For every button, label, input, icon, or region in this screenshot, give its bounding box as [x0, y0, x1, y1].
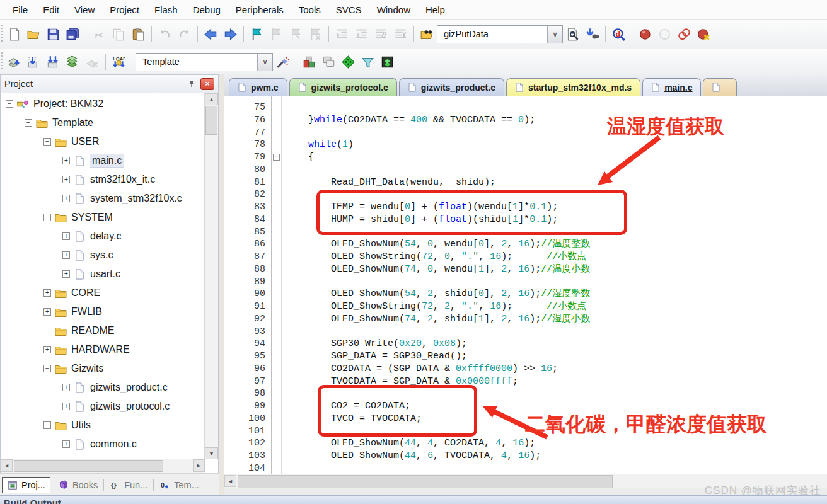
tree-item-gizwits-protocol-c[interactable]: +gizwits_protocol.c	[62, 397, 170, 416]
tree-item-label[interactable]: delay.c	[90, 231, 122, 242]
scrollbar-thumb[interactable]	[14, 460, 163, 472]
panel-tab-books[interactable]: Books	[54, 478, 102, 493]
menu-project[interactable]: Project	[102, 4, 147, 15]
expand-icon[interactable]: +	[62, 270, 70, 278]
new-file-icon[interactable]	[4, 25, 24, 43]
collapse-icon[interactable]: −	[43, 421, 51, 429]
tree-item-system-stm32f10x-c[interactable]: +system_stm32f10x.c	[62, 189, 182, 208]
tree-item-label[interactable]: gizwits_protocol.c	[90, 401, 170, 412]
collapse-icon[interactable]: −	[6, 100, 13, 108]
scroll-up-icon[interactable]: ▲	[205, 93, 218, 105]
breakpoint-kill-all-icon[interactable]	[694, 25, 714, 43]
fold-margin[interactable]: −	[272, 96, 282, 474]
tree-item-label[interactable]: SYSTEM	[71, 212, 113, 223]
panel-splitter[interactable]	[219, 74, 224, 496]
pack-installer-icon[interactable]	[358, 52, 378, 71]
menu-svcs[interactable]: SVCS	[328, 4, 369, 15]
menu-file[interactable]: File	[5, 4, 35, 15]
incremental-find-icon[interactable]	[582, 25, 602, 43]
tree-item-delay-c[interactable]: +delay.c	[62, 227, 122, 246]
tree-item-usart-c[interactable]: +usart.c	[62, 265, 120, 284]
expand-icon[interactable]: +	[62, 384, 70, 391]
target-select[interactable]: Template∨	[136, 53, 273, 71]
editor-tab-main-c[interactable]: main.c	[642, 78, 701, 96]
tree-item-project-bkm32[interactable]: −Project: BKM32	[6, 94, 103, 113]
scroll-down-icon[interactable]: ▼	[205, 447, 218, 459]
menu-view[interactable]: View	[67, 4, 102, 15]
editor-tab-partial[interactable]	[703, 78, 737, 96]
tree-item-label[interactable]: FWLIB	[71, 306, 102, 318]
tree-item-label[interactable]: Gizwits	[71, 363, 104, 374]
find-in-files-icon[interactable]	[417, 25, 437, 43]
file-extensions-icon[interactable]	[319, 52, 338, 71]
pin-icon[interactable]	[185, 78, 198, 89]
tree-item-system[interactable]: −SYSTEM	[43, 208, 113, 227]
build-icon[interactable]	[24, 52, 43, 71]
paste-icon[interactable]	[129, 25, 148, 43]
bookmark-icon[interactable]	[247, 25, 267, 43]
tree-item-label[interactable]: main.c	[90, 154, 124, 167]
tree-item-gizwits-product-c[interactable]: +gizwits_product.c	[62, 378, 168, 397]
nav-forward-icon[interactable]	[221, 25, 240, 43]
menu-window[interactable]: Window	[369, 4, 418, 15]
open-folder-icon[interactable]	[24, 25, 43, 43]
panel-tab-proj[interactable]: Proj...	[2, 477, 50, 493]
find-text-combo[interactable]: gizPutData∨	[437, 25, 563, 43]
collapse-icon[interactable]: −	[25, 119, 32, 127]
tree-item-fwlib[interactable]: +FWLIB	[43, 302, 102, 321]
tree-item-gizwits[interactable]: −Gizwits	[43, 359, 104, 378]
tree-item-label[interactable]: common.c	[90, 438, 137, 450]
save-all-icon[interactable]	[63, 25, 83, 43]
tree-item-stm32f10x-it-c[interactable]: +stm32f10x_it.c	[62, 170, 155, 189]
code-view[interactable]: 7576777879808182838485868788899091929394…	[224, 96, 827, 474]
tree-horizontal-scrollbar[interactable]: ◄ ►	[1, 459, 205, 472]
editor-tab-gizwits-protocol-c[interactable]: gizwits_protocol.c	[289, 78, 397, 96]
translate-icon[interactable]	[4, 52, 24, 71]
tree-item-label[interactable]: usart.c	[90, 268, 120, 280]
menu-peripherals[interactable]: Peripherals	[228, 4, 291, 15]
tree-item-label[interactable]: sys.c	[90, 249, 113, 261]
fold-collapse-icon[interactable]: −	[273, 154, 280, 161]
code-text[interactable]: }while(CO2DATA == 400 && TVOCDATA == 0);…	[282, 96, 827, 474]
tree-item-label[interactable]: HARDWARE	[71, 344, 130, 355]
collapse-icon[interactable]: −	[43, 214, 51, 221]
tree-item-common-c[interactable]: +common.c	[62, 435, 137, 454]
expand-icon[interactable]: +	[62, 195, 70, 202]
expand-icon[interactable]: +	[62, 232, 70, 240]
target-options-icon[interactable]	[273, 52, 292, 71]
expand-icon[interactable]: +	[43, 308, 51, 316]
tree-item-label[interactable]: README	[71, 325, 114, 336]
tree-vertical-scrollbar[interactable]: ▲ ▼	[204, 93, 218, 459]
save-icon[interactable]	[43, 25, 63, 43]
collapse-icon[interactable]: −	[43, 365, 51, 372]
manage-components-icon[interactable]	[299, 52, 319, 71]
find-d-icon[interactable]: d	[609, 25, 628, 43]
scroll-left-icon[interactable]: ◄	[1, 459, 13, 472]
scroll-left-icon[interactable]: ◄	[224, 475, 236, 487]
tree-item-label[interactable]: Template	[52, 117, 93, 129]
expand-icon[interactable]: +	[62, 251, 70, 259]
editor-tab-pwm-c[interactable]: pwm.c	[229, 78, 287, 96]
tree-item-template[interactable]: −Template	[25, 113, 93, 132]
tree-item-label[interactable]: gizwits_product.c	[90, 382, 168, 393]
menu-debug[interactable]: Debug	[185, 4, 228, 15]
expand-icon[interactable]: +	[62, 440, 70, 448]
breakpoint-disable-all-icon[interactable]	[674, 25, 694, 43]
menu-tools[interactable]: Tools	[291, 4, 328, 15]
runtime-env-icon[interactable]	[338, 52, 358, 71]
chevron-down-icon[interactable]: ∨	[547, 26, 562, 43]
chevron-down-icon[interactable]: ∨	[257, 54, 272, 71]
editor-tab-gizwits-product-c[interactable]: gizwits_product.c	[399, 78, 504, 96]
tree-item-label[interactable]: stm32f10x_it.c	[90, 174, 155, 185]
expand-icon[interactable]: +	[62, 157, 70, 164]
tree-item-readme[interactable]: README	[43, 321, 114, 340]
doc-find-icon[interactable]	[563, 25, 582, 43]
books-window-icon[interactable]	[378, 52, 397, 71]
tree-item-core[interactable]: +CORE	[43, 284, 100, 302]
tree-item-utils[interactable]: −Utils	[43, 416, 91, 435]
tree-item-label[interactable]: USER	[71, 136, 99, 147]
tree-item-hardware[interactable]: +HARDWARE	[43, 340, 130, 359]
tree-item-sys-c[interactable]: +sys.c	[62, 246, 113, 265]
close-icon[interactable]: ×	[200, 78, 214, 90]
panel-tab-fun[interactable]: {}Fun...	[105, 478, 152, 493]
